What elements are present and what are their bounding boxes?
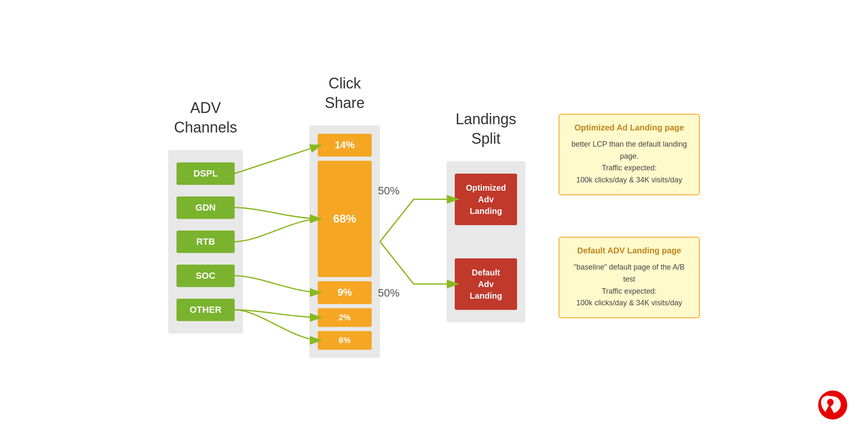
channel-soc: SOC [177,265,235,287]
landing-default: DefaultAdvLanding [455,258,517,310]
channel-gdn: GDN [177,196,235,219]
landings-col: Landings Split OptimizedAdvLanding Defau… [446,110,525,322]
channel-rtb: RTB [177,231,235,253]
info-box-optimized: Optimized Ad Landing page better LCP tha… [559,114,700,195]
click-header: Click Share [325,74,365,113]
share-68: 68% [318,161,372,277]
info-title-default: Default ADV Landing page [569,246,689,255]
click-share-col: Click Share 14% 68% 9% 2% 6% [309,74,380,358]
diagram-container: ADV Channels DSPL GDN RTB SOC OTHER Clic… [0,0,868,432]
adv-bg: DSPL GDN RTB SOC OTHER [168,150,243,334]
landing-optimized: OptimizedAdvLanding [455,174,517,225]
info-col: Optimized Ad Landing page better LCP tha… [559,114,700,318]
share-6: 6% [318,331,372,350]
adv-channels-col: ADV Channels DSPL GDN RTB SOC OTHER [168,98,243,334]
landings-bg: OptimizedAdvLanding DefaultAdvLanding [446,161,525,322]
info-text-optimized: better LCP than the default landing page… [569,138,689,186]
share-2: 2% [318,308,372,327]
channel-dspl: DSPL [177,162,235,185]
adv-header: ADV Channels [174,98,237,137]
channel-other: OTHER [177,299,235,321]
share-9: 9% [318,281,372,304]
vodafone-logo [818,390,847,420]
click-bg: 14% 68% 9% 2% 6% [309,125,380,358]
info-box-default: Default ADV Landing page "baseline" defa… [559,237,700,318]
layout-row: ADV Channels DSPL GDN RTB SOC OTHER Clic… [0,0,868,432]
share-14: 14% [318,134,372,157]
landings-header: Landings Split [456,110,516,149]
info-text-default: "baseline" default page of the A/B testT… [569,261,689,309]
info-title-optimized: Optimized Ad Landing page [569,123,689,133]
